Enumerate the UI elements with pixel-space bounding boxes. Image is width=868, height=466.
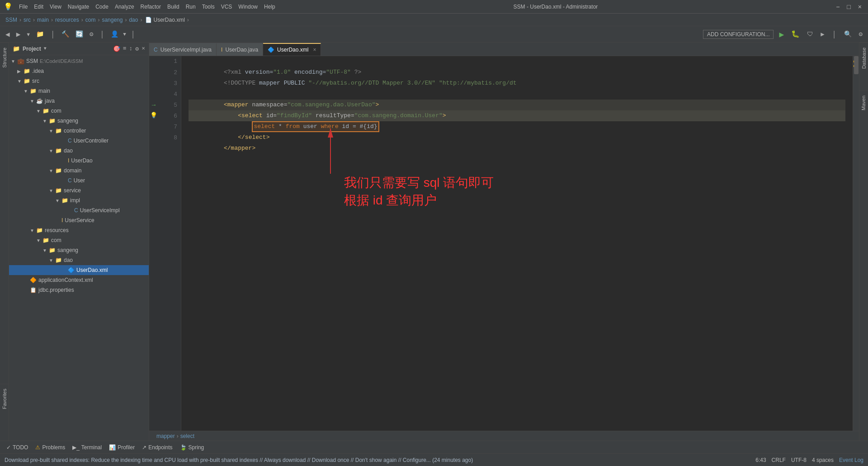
indent[interactable]: 4 spaces — [812, 457, 834, 463]
menu-navigate[interactable]: Navigate — [65, 3, 92, 11]
profiler-tab[interactable]: 📊 Profiler — [106, 441, 137, 453]
tree-userdao[interactable]: I UserDao — [9, 156, 149, 166]
user-icon[interactable]: 👤 — [109, 29, 120, 39]
menu-bar[interactable]: 💡 File Edit View Navigate Code Analyze R… — [4, 2, 278, 11]
menu-view[interactable]: View — [47, 3, 64, 11]
database-panel-tab[interactable]: Database — [859, 43, 868, 73]
tree-usercontroller[interactable]: C UserController — [9, 136, 149, 146]
code-content[interactable]: <?xml version="1.0" encoding="UTF-8" ?> … — [181, 56, 853, 431]
structure-panel-tab[interactable]: Structure — [0, 43, 9, 72]
todo-tab[interactable]: ✓ TODO — [4, 441, 31, 453]
tree-service[interactable]: ▼ 📁 service — [9, 185, 149, 195]
tree-controller[interactable]: ▼ 📁 controller — [9, 126, 149, 136]
settings-btn[interactable]: ⚙ — [88, 29, 95, 39]
minimize-button[interactable]: − — [833, 3, 842, 10]
locate-icon[interactable]: 🎯 — [113, 45, 120, 52]
window-controls[interactable]: − □ × — [833, 3, 864, 10]
tree-userservice[interactable]: I UserService — [9, 215, 149, 225]
problems-tab[interactable]: ⚠ Problems — [33, 441, 68, 453]
tree-com2[interactable]: ▼ 📁 com — [9, 235, 149, 245]
panel-title: Project — [23, 46, 41, 52]
user-dropdown[interactable]: ▼ — [123, 32, 126, 37]
favorites-panel-tab[interactable]: Favorites — [0, 384, 9, 414]
tree-user[interactable]: C User — [9, 176, 149, 185]
tree-main[interactable]: ▼ 📁 main — [9, 86, 149, 96]
tree-sangeng[interactable]: ▼ 📁 sangeng — [9, 116, 149, 126]
bc-resources[interactable]: resources — [55, 17, 79, 23]
coverage-button[interactable]: 🛡 — [805, 30, 815, 39]
tab-userserviceimpl[interactable]: C UserServiceImpl.java — [149, 43, 217, 56]
tab-userdaojava[interactable]: I UserDao.java — [217, 43, 263, 56]
bc-sangeng[interactable]: sangeng — [102, 17, 123, 23]
bc-src[interactable]: src — [24, 17, 31, 23]
debug-button[interactable]: 🐛 — [789, 29, 802, 39]
menu-refactor[interactable]: Refactor — [138, 3, 164, 11]
run-button[interactable]: ▶ — [777, 29, 786, 40]
close-panel-icon[interactable]: × — [142, 45, 145, 52]
maximize-button[interactable]: □ — [844, 3, 853, 10]
close-tab-icon[interactable]: × — [313, 47, 316, 53]
tree-ssm[interactable]: ▼ 💼 SSM E:\Code\IDEA\SSM — [9, 56, 149, 66]
tree-domain[interactable]: ▼ 📁 domain — [9, 166, 149, 176]
back-button[interactable]: ◀ — [4, 29, 12, 40]
tree-impl[interactable]: ▼ 📁 impl — [9, 195, 149, 205]
tree-dao-java[interactable]: ▼ 📁 dao — [9, 146, 149, 156]
tree-sangeng2[interactable]: ▼ 📁 sangeng — [9, 245, 149, 255]
cursor-position[interactable]: 6:43 — [755, 457, 766, 463]
menu-file[interactable]: File — [16, 3, 30, 11]
scroll-thumb[interactable] — [854, 56, 859, 74]
menu-code[interactable]: Code — [93, 3, 111, 11]
menu-window[interactable]: Window — [236, 3, 260, 11]
tree-userserviceimpl[interactable]: C UserServiceImpl — [9, 205, 149, 215]
bc-main[interactable]: main — [37, 17, 49, 23]
tree-com[interactable]: ▼ 📁 com — [9, 106, 149, 116]
event-log[interactable]: Event Log — [839, 457, 863, 463]
tree-resources[interactable]: ▼ 📁 resources — [9, 225, 149, 235]
endpoints-tab[interactable]: ↗ Endpoints — [139, 441, 175, 453]
encoding[interactable]: UTF-8 — [791, 457, 807, 463]
close-button[interactable]: × — [855, 3, 864, 10]
sync-btn[interactable]: 🔄 — [74, 29, 85, 39]
tree-userdaoxml[interactable]: 🔷 UserDao.xml — [9, 265, 149, 275]
menu-vcs[interactable]: VCS — [218, 3, 235, 11]
settings-panel-icon[interactable]: ⚙ — [135, 45, 139, 52]
bc-mapper[interactable]: mapper — [156, 433, 175, 439]
tree-appctx[interactable]: 🔶 applicationContext.xml — [9, 275, 149, 285]
bc-file[interactable]: 📄UserDao.xml — [144, 17, 184, 23]
spring-tab[interactable]: 🍃 Spring — [177, 441, 207, 453]
collapse-all-icon[interactable]: ≡ — [123, 45, 127, 52]
bc-ssm[interactable]: SSM — [5, 17, 17, 23]
menu-analyze[interactable]: Analyze — [112, 3, 137, 11]
terminal-tab[interactable]: ▶_ Terminal — [70, 441, 104, 453]
bc-dao[interactable]: dao — [129, 17, 138, 23]
recent-files-btn[interactable]: ▼ — [25, 32, 32, 37]
menu-build[interactable]: Build — [165, 3, 182, 11]
tree-idea[interactable]: ▶ 📁 .idea — [9, 66, 149, 76]
menu-help[interactable]: Help — [261, 3, 278, 11]
tree-jdbc[interactable]: 📋 jdbc.properties — [9, 285, 149, 295]
editor-scrollbar[interactable] — [853, 56, 859, 431]
forward-button[interactable]: ▶ — [14, 29, 23, 40]
code-editor[interactable]: 1 2 3 4 → — [149, 56, 859, 431]
tree-java[interactable]: ▼ ☕ java — [9, 96, 149, 106]
tree-src[interactable]: ▼ 📁 src — [9, 76, 149, 86]
bulb-icon[interactable]: 💡 — [149, 110, 158, 121]
menu-edit[interactable]: Edit — [31, 3, 46, 11]
bc-select[interactable]: select — [180, 433, 194, 439]
panel-dropdown[interactable]: ▼ — [44, 46, 47, 51]
editor-breadcrumb: mapper › select — [149, 431, 859, 441]
tree-dao-res[interactable]: ▼ 📁 dao — [9, 255, 149, 265]
project-structure-btn[interactable]: 📁 — [34, 29, 46, 39]
line-sep[interactable]: CRLF — [772, 457, 786, 463]
tab-userdaoxml[interactable]: 🔷 UserDao.xml × — [263, 43, 321, 56]
settings-gear-btn[interactable]: ⚙ — [857, 29, 864, 39]
menu-run[interactable]: Run — [183, 3, 198, 11]
add-configuration-button[interactable]: ADD CONFIGURATION... — [703, 30, 774, 39]
bc-com[interactable]: com — [85, 17, 96, 23]
maven-panel-tab[interactable]: Maven — [859, 90, 868, 115]
build-btn[interactable]: 🔨 — [60, 29, 71, 39]
run-with-button[interactable]: ▶ — [819, 29, 826, 39]
search-everywhere-btn[interactable]: 🔍 — [842, 29, 854, 39]
menu-tools[interactable]: Tools — [199, 3, 217, 11]
sort-icon[interactable]: ↕ — [129, 45, 133, 52]
